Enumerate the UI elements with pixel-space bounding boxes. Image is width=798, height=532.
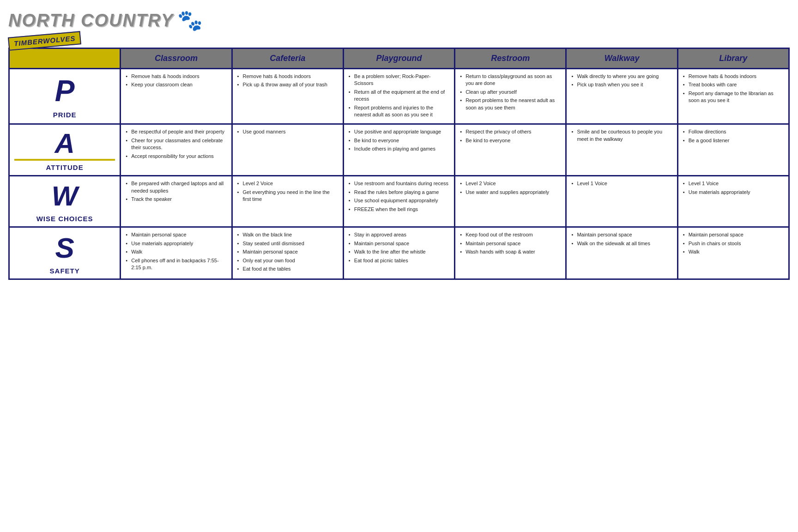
- cell-a-library: Follow directionsBe a good listener: [677, 124, 789, 176]
- list-item: Track the speaker: [126, 196, 226, 203]
- list-item: Report problems and injuries to the near…: [349, 104, 449, 119]
- list-item: Smile and be courteous to people you mee…: [571, 128, 672, 143]
- cell-s-restroom: Keep food out of the restroomMaintain pe…: [455, 227, 566, 279]
- list-item: Remove hats & hoods indoors: [683, 73, 784, 80]
- cell-w-classroom: Be prepared with charged laptops and all…: [121, 176, 232, 227]
- list-item: Walk on the black line: [237, 231, 338, 238]
- table-row: AATTITUDEBe respectful of people and the…: [9, 124, 789, 176]
- row-label-w: WWISE CHOICES: [9, 176, 121, 227]
- col-header-classroom: Classroom: [121, 48, 232, 69]
- col-header-playground: Playground: [343, 48, 454, 69]
- list-item: Be a problem solver; Rock-Paper-Scissors: [349, 73, 449, 87]
- table-row: WWISE CHOICESBe prepared with charged la…: [9, 176, 789, 227]
- col-header-label: [9, 48, 121, 69]
- list-item: Maintain personal space: [683, 231, 784, 238]
- list-item: Level 2 Voice: [237, 180, 338, 187]
- list-item: Push in chairs or stools: [683, 240, 784, 247]
- letter-s: S: [14, 231, 115, 264]
- list-item: Cell phones off and in backpacks 7:55-2:…: [126, 257, 226, 272]
- list-item: Report problems to the nearest adult as …: [460, 97, 561, 111]
- cell-p-playground: Be a problem solver; Rock-Paper-Scissors…: [343, 69, 454, 124]
- cell-w-walkway: Level 1 Voice: [566, 176, 677, 227]
- list-item: Wash hands with soap & water: [460, 248, 561, 255]
- matrix-table: Classroom Cafeteria Playground Restroom …: [8, 48, 790, 280]
- list-item: Be a good listener: [683, 137, 784, 144]
- list-item: Be prepared with charged laptops and all…: [126, 180, 226, 194]
- cell-p-walkway: Walk directly to where you are goingPick…: [566, 69, 677, 124]
- cell-a-walkway: Smile and be courteous to people you mee…: [566, 124, 677, 176]
- list-item: Stay seated until dismissed: [237, 240, 338, 247]
- list-item: Use restroom and fountains during recess: [349, 180, 449, 187]
- row-label-a: AATTITUDE: [9, 124, 121, 176]
- cell-w-library: Level 1 VoiceUse materials appropriately: [677, 176, 789, 227]
- col-header-restroom: Restroom: [455, 48, 566, 69]
- cell-a-cafeteria: Use good manners: [232, 124, 343, 176]
- list-item: Use water and supplies appropriately: [460, 189, 561, 196]
- list-item: Pick up trash when you see it: [571, 81, 672, 88]
- list-item: Be kind to everyone: [349, 137, 449, 144]
- list-item: Return to class/playground as soon as yo…: [460, 73, 561, 87]
- cell-a-restroom: Respect the privacy of othersBe kind to …: [455, 124, 566, 176]
- list-item: Walk on the sidewalk at all times: [571, 240, 672, 247]
- word-p: PRIDE: [14, 111, 115, 119]
- list-item: Maintain personal space: [349, 240, 449, 247]
- list-item: Respect the privacy of others: [460, 128, 561, 135]
- table-row: SSAFETYMaintain personal spaceUse materi…: [9, 227, 789, 279]
- list-item: Stay in approved areas: [349, 231, 449, 238]
- cell-w-cafeteria: Level 2 VoiceGet everything you need in …: [232, 176, 343, 227]
- word-a: ATTITUDE: [14, 163, 115, 171]
- table-row: PPRIDERemove hats & hoods indoorsKeep yo…: [9, 69, 789, 124]
- list-item: Eat food at the tables: [237, 266, 338, 272]
- list-item: Walk directly to where you are going: [571, 73, 672, 80]
- list-item: Include others in playing and games: [349, 145, 449, 152]
- list-item: Only eat your own food: [237, 257, 338, 264]
- list-item: Use good manners: [237, 128, 338, 135]
- col-header-cafeteria: Cafeteria: [232, 48, 343, 69]
- cell-s-cafeteria: Walk on the black lineStay seated until …: [232, 227, 343, 279]
- list-item: Use materials appropriately: [126, 240, 226, 247]
- list-item: Keep your classroom clean: [126, 81, 226, 88]
- cell-s-playground: Stay in approved areasMaintain personal …: [343, 227, 454, 279]
- list-item: Level 1 Voice: [571, 180, 672, 187]
- list-item: FREEZE when the bell rings: [349, 206, 449, 213]
- list-item: Maintain personal space: [571, 231, 672, 238]
- list-item: Eat food at picnic tables: [349, 257, 449, 264]
- list-item: Walk: [683, 248, 784, 255]
- cell-p-restroom: Return to class/playground as soon as yo…: [455, 69, 566, 124]
- cell-p-classroom: Remove hats & hoods indoorsKeep your cla…: [121, 69, 232, 124]
- cell-s-library: Maintain personal spacePush in chairs or…: [677, 227, 789, 279]
- cell-a-playground: Use positive and appropriate languageBe …: [343, 124, 454, 176]
- cell-s-walkway: Maintain personal spaceWalk on the sidew…: [566, 227, 677, 279]
- list-item: Be respectful of people and their proper…: [126, 128, 226, 135]
- row-label-s: SSAFETY: [9, 227, 121, 279]
- list-item: Accept responsibility for your actions: [126, 153, 226, 160]
- list-item: Walk: [126, 248, 226, 255]
- list-item: Be kind to everyone: [460, 137, 561, 144]
- letter-a: A: [14, 128, 115, 161]
- letter-w: W: [14, 180, 115, 212]
- list-item: Use school equiupment appropraitely: [349, 197, 449, 204]
- list-item: Get everything you need in the line the …: [237, 189, 338, 203]
- list-item: Maintain personal space: [460, 240, 561, 247]
- word-w: WISE CHOICES: [14, 215, 115, 223]
- page-header: NORTH COUNTRY 🐾 TIMBERWOLVES: [8, 8, 790, 48]
- list-item: Clean up after yourself: [460, 89, 561, 96]
- list-item: Pick up & throw away all of your trash: [237, 81, 338, 88]
- cell-w-restroom: Level 2 VoiceUse water and supplies appr…: [455, 176, 566, 227]
- letter-p: P: [14, 74, 115, 108]
- list-item: Treat books with care: [683, 81, 784, 88]
- cell-s-classroom: Maintain personal spaceUse materials app…: [121, 227, 232, 279]
- col-header-library: Library: [677, 48, 789, 69]
- school-name: NORTH COUNTRY: [8, 11, 174, 30]
- row-label-p: PPRIDE: [9, 69, 121, 124]
- word-s: SAFETY: [14, 267, 115, 275]
- list-item: Walk to the line after the whistle: [349, 248, 449, 255]
- list-item: Keep food out of the restroom: [460, 231, 561, 238]
- list-item: Cheer for your classmates and celebrate …: [126, 137, 226, 151]
- list-item: Level 2 Voice: [460, 180, 561, 187]
- cell-p-cafeteria: Remove hats & hoods indoorsPick up & thr…: [232, 69, 343, 124]
- list-item: Maintain personal space: [237, 248, 338, 255]
- list-item: Remove hats & hoods indoors: [126, 73, 226, 80]
- list-item: Maintain personal space: [126, 231, 226, 238]
- list-item: Use positive and appropriate language: [349, 128, 449, 135]
